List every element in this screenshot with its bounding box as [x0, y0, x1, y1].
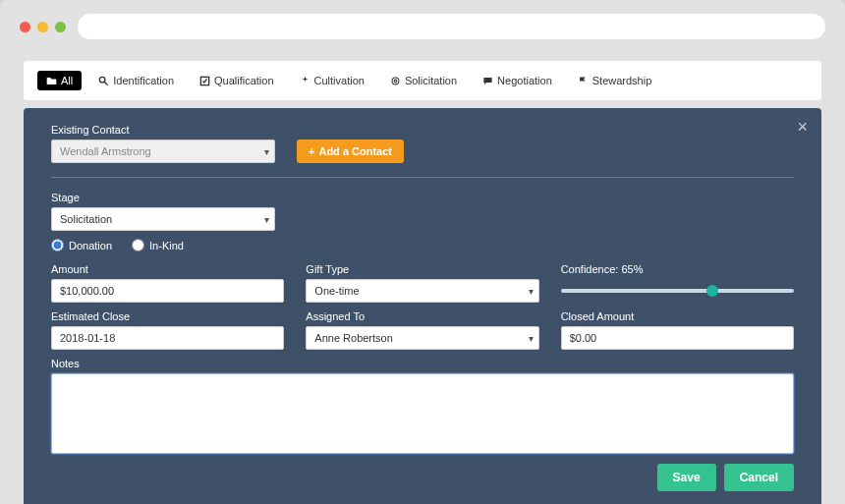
- tab-solicitation[interactable]: Solicitation: [381, 71, 466, 90]
- assigned-to-label: Assigned To: [306, 310, 538, 322]
- traffic-lights: [20, 22, 66, 32]
- tab-label: Solicitation: [405, 75, 457, 86]
- tab-identification[interactable]: Identification: [89, 71, 183, 90]
- type-radio-group: Donation In-Kind: [51, 239, 794, 252]
- closed-amount-label: Closed Amount: [561, 310, 794, 322]
- stage-select[interactable]: Solicitation: [51, 207, 275, 231]
- tab-label: Cultivation: [314, 75, 365, 86]
- gift-type-select-wrap: One-time: [306, 279, 538, 303]
- radio-inkind-input[interactable]: [132, 239, 144, 252]
- browser-chrome: [0, 0, 845, 53]
- tab-stewardship[interactable]: Stewardship: [569, 71, 661, 90]
- svg-point-3: [392, 78, 399, 84]
- svg-point-0: [100, 77, 106, 83]
- confidence-slider[interactable]: [561, 279, 794, 303]
- address-bar[interactable]: [78, 14, 825, 39]
- slider-thumb[interactable]: [706, 285, 718, 297]
- chat-icon: [482, 76, 493, 86]
- divider: [51, 177, 794, 178]
- radio-donation-input[interactable]: [51, 239, 64, 252]
- check-square-icon: [199, 76, 210, 86]
- assigned-to-select[interactable]: Anne Robertson: [306, 326, 538, 350]
- radio-donation[interactable]: Donation: [51, 239, 112, 252]
- flag-icon: [578, 76, 589, 86]
- tabs-strip: All Identification Qualification Cultiva…: [24, 61, 821, 100]
- stage-select-wrap: Solicitation: [51, 207, 275, 231]
- tab-negotiation[interactable]: Negotiation: [474, 71, 561, 90]
- folder-open-icon: [46, 76, 57, 86]
- tab-label: Stewardship: [592, 75, 652, 86]
- maximize-window-icon[interactable]: [55, 22, 66, 32]
- add-contact-label: Add a Contact: [318, 145, 392, 157]
- save-button[interactable]: Save: [657, 464, 716, 491]
- est-close-input[interactable]: [51, 326, 284, 350]
- target-icon: [390, 76, 401, 86]
- tab-qualification[interactable]: Qualification: [191, 71, 283, 90]
- notes-textarea[interactable]: [51, 373, 794, 454]
- browser-window: All Identification Qualification Cultiva…: [0, 0, 845, 504]
- svg-point-4: [394, 80, 397, 83]
- slider-track: [561, 289, 794, 293]
- amount-label: Amount: [51, 263, 284, 275]
- sparkle-icon: [300, 76, 310, 86]
- amount-input[interactable]: [51, 279, 284, 303]
- cancel-button[interactable]: Cancel: [724, 464, 794, 491]
- tab-label: Qualification: [214, 75, 274, 86]
- radio-inkind[interactable]: In-Kind: [132, 239, 184, 252]
- modal-footer: Save Cancel: [51, 464, 794, 491]
- gift-type-label: Gift Type: [306, 263, 538, 275]
- svg-line-1: [104, 82, 107, 84]
- notes-label: Notes: [51, 358, 794, 369]
- assigned-to-select-wrap: Anne Robertson: [306, 326, 538, 350]
- radio-donation-label: Donation: [69, 240, 112, 252]
- radio-inkind-label: In-Kind: [149, 240, 184, 252]
- stage-label: Stage: [51, 192, 275, 203]
- opportunity-modal: × Existing Contact + Add a Contact Stage…: [24, 108, 821, 504]
- tab-label: Identification: [113, 75, 174, 86]
- tab-cultivation[interactable]: Cultivation: [291, 71, 373, 90]
- est-close-label: Estimated Close: [51, 310, 284, 322]
- tab-all[interactable]: All: [37, 71, 82, 90]
- close-window-icon[interactable]: [20, 22, 30, 32]
- tab-label: All: [61, 75, 73, 86]
- gift-type-select[interactable]: One-time: [306, 279, 538, 303]
- add-contact-button[interactable]: + Add a Contact: [297, 140, 404, 163]
- existing-contact-select[interactable]: [51, 140, 275, 163]
- minimize-window-icon[interactable]: [37, 22, 48, 32]
- confidence-label: Confidence: 65%: [561, 263, 794, 275]
- search-icon: [98, 76, 109, 86]
- close-icon[interactable]: ×: [797, 118, 808, 136]
- tabs-panel: All Identification Qualification Cultiva…: [24, 61, 821, 100]
- plus-icon: +: [309, 145, 314, 157]
- existing-contact-label: Existing Contact: [51, 124, 275, 136]
- existing-contact-select-wrap: [51, 140, 275, 163]
- tab-label: Negotiation: [497, 75, 552, 86]
- closed-amount-input[interactable]: [561, 326, 794, 350]
